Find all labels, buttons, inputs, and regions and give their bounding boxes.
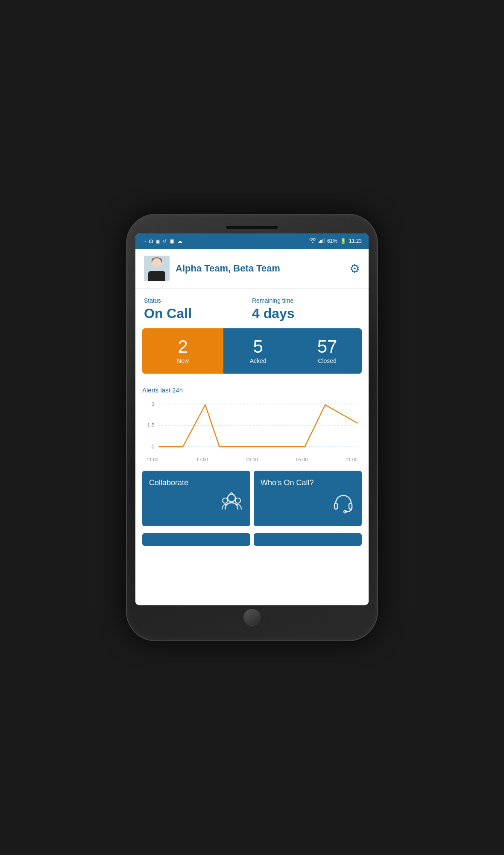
x-label-0: 11:00 bbox=[147, 457, 158, 462]
bottom-card-right bbox=[254, 533, 362, 546]
closed-count: 57 bbox=[317, 338, 337, 356]
battery-level: 61% bbox=[327, 238, 337, 244]
svg-point-11 bbox=[223, 498, 228, 503]
remaining-label: Remaining time bbox=[252, 297, 360, 304]
clipboard-icon: 📋 bbox=[169, 239, 175, 244]
remaining-value: 4 days bbox=[252, 306, 360, 321]
svg-rect-0 bbox=[319, 242, 320, 243]
signal-icon bbox=[319, 238, 325, 245]
collaborate-card[interactable]: Collaborate bbox=[142, 471, 250, 526]
collaborate-icon bbox=[149, 491, 243, 519]
chart-x-labels: 11:00 17:00 23:00 05:00 11:00 bbox=[142, 457, 362, 462]
stat-card-new[interactable]: 2 New bbox=[142, 328, 223, 374]
svg-rect-3 bbox=[324, 238, 325, 243]
phone-bottom bbox=[135, 605, 369, 628]
whos-on-call-title: Who's On Call? bbox=[261, 478, 355, 487]
app-content: Alpha Team, Beta Team ⚙ Status On Call R… bbox=[135, 249, 369, 605]
phone-speaker bbox=[226, 226, 278, 229]
whos-on-call-card[interactable]: Who's On Call? bbox=[254, 471, 362, 526]
header-left: Alpha Team, Beta Team bbox=[144, 256, 280, 281]
acked-count: 5 bbox=[253, 338, 263, 356]
stats-row: 2 New 5 Acked 57 Closed bbox=[142, 328, 362, 374]
status-block: Status On Call bbox=[144, 297, 252, 321]
phone-frame: ··· ⏻ ▣ ↺ 📋 ☁ bbox=[126, 214, 378, 641]
status-label: Status bbox=[144, 297, 252, 304]
stat-card-closed[interactable]: 57 Closed bbox=[293, 328, 362, 374]
action-cards: Collaborate bbox=[135, 471, 369, 533]
status-section: Status On Call Remaining time 4 days bbox=[135, 289, 369, 328]
avatar bbox=[144, 256, 170, 281]
x-label-1: 17:00 bbox=[196, 457, 208, 462]
status-bar-left: ··· ⏻ ▣ ↺ 📋 ☁ bbox=[142, 239, 182, 244]
new-count: 2 bbox=[178, 338, 188, 356]
svg-text:0: 0 bbox=[152, 444, 155, 450]
x-label-2: 23:00 bbox=[246, 457, 258, 462]
team-name: Alpha Team, Beta Team bbox=[176, 263, 280, 274]
svg-text:1.5: 1.5 bbox=[147, 422, 154, 428]
headset-icon bbox=[261, 491, 355, 519]
battery-icon: 🔋 bbox=[340, 238, 346, 244]
svg-rect-1 bbox=[320, 240, 322, 243]
acked-label: Acked bbox=[250, 357, 267, 364]
svg-rect-2 bbox=[322, 239, 323, 243]
svg-rect-13 bbox=[334, 503, 337, 509]
bottom-card-left bbox=[142, 533, 250, 546]
status-bar-right: 61% 🔋 11:23 bbox=[309, 238, 362, 245]
home-button[interactable] bbox=[243, 609, 261, 626]
person-body bbox=[148, 271, 165, 281]
settings-icon[interactable]: ⚙ bbox=[349, 262, 360, 276]
chart-section: Alerts last 24h 3 1.5 0 bbox=[135, 382, 369, 471]
wifi-icon bbox=[309, 238, 316, 245]
collaborate-title: Collaborate bbox=[149, 478, 243, 487]
status-bar: ··· ⏻ ▣ ↺ 📋 ☁ bbox=[135, 233, 369, 249]
chart-title: Alerts last 24h bbox=[142, 386, 362, 394]
chart-container: 3 1.5 0 11:00 17:00 23:00 0 bbox=[142, 400, 362, 464]
closed-label: Closed bbox=[318, 357, 337, 364]
person-head bbox=[152, 258, 161, 268]
chart-svg: 3 1.5 0 bbox=[142, 400, 362, 455]
svg-point-12 bbox=[235, 498, 240, 503]
x-label-3: 05:00 bbox=[296, 457, 308, 462]
stat-card-acked[interactable]: 5 Acked bbox=[223, 328, 293, 374]
phone-screen: ··· ⏻ ▣ ↺ 📋 ☁ bbox=[135, 233, 369, 605]
image-icon: ▣ bbox=[156, 239, 160, 244]
cloud-icon: ☁ bbox=[178, 239, 182, 244]
time-display: 11:23 bbox=[349, 238, 362, 244]
refresh-icon: ↺ bbox=[163, 239, 167, 244]
menu-icon: ··· bbox=[142, 239, 146, 244]
new-label: New bbox=[177, 357, 189, 364]
bottom-cards bbox=[135, 533, 369, 549]
power-icon: ⏻ bbox=[149, 239, 153, 244]
status-value: On Call bbox=[144, 306, 252, 321]
header: Alpha Team, Beta Team ⚙ bbox=[135, 249, 369, 289]
remaining-block: Remaining time 4 days bbox=[252, 297, 360, 321]
avatar-image bbox=[144, 256, 170, 281]
x-label-4: 11:00 bbox=[346, 457, 357, 462]
svg-text:3: 3 bbox=[152, 401, 155, 407]
